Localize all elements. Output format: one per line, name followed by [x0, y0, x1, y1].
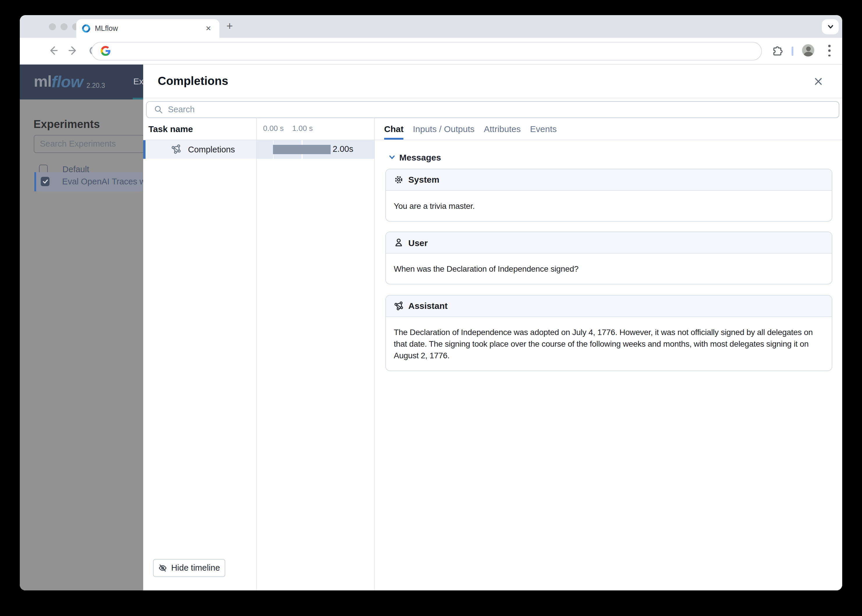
experiments-heading: Experiments	[33, 118, 100, 130]
chevron-down-icon	[827, 23, 834, 30]
browser-menu-kebab-icon[interactable]	[825, 44, 834, 57]
gear-icon	[394, 175, 403, 184]
google-g-icon	[101, 46, 110, 56]
tab-attributes[interactable]: Attributes	[484, 118, 521, 140]
task-row-completions[interactable]: Completions	[143, 140, 256, 159]
mlflow-logo[interactable]: mlflow 2.20.3	[34, 64, 105, 99]
experiments-search-input[interactable]: Search Experiments	[33, 135, 144, 153]
logo-version: 2.20.3	[87, 82, 105, 89]
drawer-close-button[interactable]	[813, 75, 824, 87]
message-role: User	[408, 237, 428, 248]
avatar-shoulders	[804, 52, 813, 57]
avatar-head	[806, 46, 810, 51]
tab-label: Attributes	[484, 124, 521, 134]
trace-search-placeholder: Search	[168, 105, 195, 114]
browser-window: MLflow ✕ +	[20, 15, 842, 591]
message-role: Assistant	[408, 301, 448, 311]
experiment-row-eval-openai-traces[interactable]: Eval OpenAI Traces w/ T	[34, 172, 145, 191]
tab-events[interactable]: Events	[530, 118, 557, 140]
tab-chat[interactable]: Chat	[384, 118, 403, 140]
tab-label: Inputs / Outputs	[413, 124, 475, 134]
message-card-system: System You are a trivia master.	[385, 168, 832, 222]
logo-flow: flow	[52, 73, 83, 91]
desktop: MLflow ✕ +	[0, 0, 862, 616]
detail-tabs: Chat Inputs / Outputs Attributes Events	[375, 118, 842, 140]
message-header: System	[386, 169, 831, 190]
timeline-tick-0: 0.00 s	[263, 124, 284, 133]
message-header: User	[386, 232, 831, 254]
task-column-header: Task name	[143, 118, 256, 140]
url-bar[interactable]	[91, 42, 762, 60]
tab-label: Chat	[384, 124, 403, 134]
message-list: System You are a trivia master.	[385, 168, 832, 371]
hide-timeline-label: Hide timeline	[171, 563, 220, 573]
trace-search-input[interactable]: Search	[146, 101, 839, 118]
tab-title: MLflow	[95, 24, 203, 33]
detail-panel: Chat Inputs / Outputs Attributes Events …	[375, 118, 842, 591]
message-content: You are a trivia master.	[386, 190, 831, 221]
experiments-search-placeholder: Search Experiments	[40, 139, 116, 149]
logo-ml: ml	[34, 73, 52, 91]
nav-item-experiments[interactable]: Ex	[133, 64, 143, 97]
timeline-tick-1: 1.00 s	[292, 124, 313, 133]
mlflow-favicon-icon	[80, 23, 92, 34]
traffic-light-close-icon[interactable]	[49, 23, 56, 30]
extensions-puzzle-icon[interactable]	[772, 45, 783, 57]
task-row-label: Completions	[188, 145, 235, 154]
close-icon	[814, 77, 823, 85]
message-role: System	[408, 174, 440, 184]
timeline-row-completions[interactable]: 2.00s	[257, 140, 374, 159]
message-header: Assistant	[386, 295, 831, 317]
task-name-header: Task name	[143, 124, 193, 134]
messages-section-toggle[interactable]: Messages	[389, 152, 842, 162]
drawer-header: Completions	[143, 64, 842, 98]
drawer-title: Completions	[158, 74, 228, 88]
chevron-down-icon	[389, 154, 395, 160]
timeline-scale-header: 0.00 s 1.00 s	[257, 118, 374, 140]
checkbox-checked[interactable]	[41, 177, 50, 186]
tab-label: Events	[530, 124, 557, 134]
hide-timeline-button[interactable]: Hide timeline	[153, 559, 225, 577]
browser-toolbar	[20, 38, 842, 64]
tab-search-button[interactable]	[822, 19, 839, 34]
active-tab-underline	[384, 138, 403, 140]
eye-off-icon	[158, 564, 167, 572]
timeline-column: 0.00 s 1.00 s 2.00s	[257, 118, 375, 591]
duration-label: 2.00s	[333, 144, 353, 153]
trace-drawer: Completions Search Task name	[143, 64, 842, 591]
message-card-assistant: Assistant The Declaration of Independenc…	[385, 295, 832, 371]
message-content: When was the Declaration of Independence…	[386, 254, 831, 284]
profile-separator	[791, 46, 793, 55]
messages-section-label: Messages	[399, 152, 441, 162]
trace-node-icon	[171, 145, 181, 154]
task-column: Task name Completions	[143, 118, 257, 591]
check-icon	[42, 179, 48, 184]
user-icon	[394, 238, 403, 247]
back-icon[interactable]	[47, 45, 59, 57]
browser-tab-mlflow[interactable]: MLflow ✕	[76, 19, 219, 38]
message-card-user: User When was the Declaration of Indepen…	[385, 231, 832, 284]
experiment-label[interactable]: Eval OpenAI Traces w/ T	[62, 177, 145, 186]
page-content: mlflow 2.20.3 Ex Experiments Search Expe…	[20, 64, 842, 591]
assistant-bot-icon	[394, 301, 403, 310]
forward-icon[interactable]	[68, 45, 79, 57]
search-icon	[154, 105, 163, 114]
tab-inputs-outputs[interactable]: Inputs / Outputs	[413, 118, 475, 140]
duration-bar[interactable]	[273, 145, 330, 154]
profile-avatar[interactable]	[802, 44, 814, 57]
traffic-light-minimize-icon[interactable]	[60, 23, 68, 30]
browser-tab-strip: MLflow ✕ +	[20, 15, 842, 38]
tab-close-icon[interactable]: ✕	[203, 23, 214, 34]
message-content: The Declaration of Independence was adop…	[386, 317, 831, 370]
new-tab-button[interactable]: +	[227, 20, 233, 32]
drawer-body: Task name Completions	[143, 118, 842, 591]
